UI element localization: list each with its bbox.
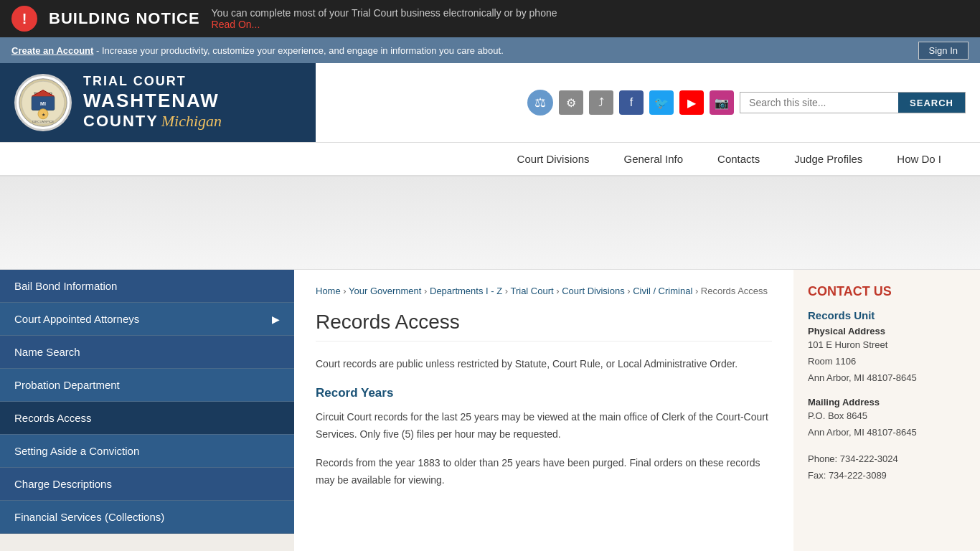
breadcrumb-your-gov[interactable]: Your Government xyxy=(349,286,421,296)
section1-text2: Records from the year 1883 to older than… xyxy=(316,455,772,489)
search-box: SEARCH xyxy=(740,92,966,113)
breadcrumb-current: Records Access xyxy=(701,286,768,296)
title-line3: COUNTY xyxy=(83,112,159,130)
contact-section-title: Records Unit xyxy=(808,309,966,321)
contact-title: CONTACT US xyxy=(808,284,966,299)
physical-label: Physical Address xyxy=(808,326,966,336)
nav-general-info[interactable]: General Info xyxy=(606,143,700,175)
page-title: Records Access xyxy=(316,311,772,342)
seal-icon[interactable]: ⚖ xyxy=(527,90,553,116)
gear-icon[interactable]: ⚙ xyxy=(559,90,583,115)
breadcrumb-home[interactable]: Home xyxy=(316,286,341,296)
header-branding: TUEBOR MI ★ CIRCUMSPICE TRIAL COURT WASH… xyxy=(0,63,316,142)
notice-title: BUILDING NOTICE xyxy=(49,9,200,28)
share-icon[interactable]: ⤴ xyxy=(589,90,613,115)
site-header: TUEBOR MI ★ CIRCUMSPICE TRIAL COURT WASH… xyxy=(0,63,980,143)
title-line4: Michigan xyxy=(161,112,222,130)
instagram-icon[interactable]: 📷 xyxy=(710,90,734,115)
sidebar-item-financial-services[interactable]: Financial Services (Collections) xyxy=(0,501,294,534)
search-button[interactable]: SEARCH xyxy=(898,93,965,113)
phone-text: Phone: 734-222-3024 xyxy=(808,452,966,467)
phone-block: Phone: 734-222-3024 Fax: 734-222-3089 xyxy=(808,452,966,484)
create-account-link[interactable]: Create an Account xyxy=(11,45,93,56)
mailing-line2: Ann Arbor, MI 48107-8645 xyxy=(808,425,966,441)
header-tools: ⚖ ⚙ ⤴ f 🐦 ▶ 📷 SEARCH xyxy=(527,90,966,116)
intro-text: Court records are public unless restrict… xyxy=(316,356,772,372)
fax-text: Fax: 734-222-3089 xyxy=(808,468,966,484)
contact-sidebar: CONTACT US Records Unit Physical Address… xyxy=(793,270,980,551)
mailing-line1: P.O. Box 8645 xyxy=(808,409,966,424)
title-line3-4: COUNTY Michigan xyxy=(83,112,222,131)
nav-judge-profiles[interactable]: Judge Profiles xyxy=(777,143,880,175)
arrow-icon: ▶ xyxy=(272,314,280,325)
search-input[interactable] xyxy=(740,93,898,113)
breadcrumb-civil-criminal[interactable]: Civil / Criminal xyxy=(633,286,692,296)
contact-section: Records Unit Physical Address 101 E Huro… xyxy=(808,309,966,385)
main-content: Home › Your Government › Departments I -… xyxy=(294,270,793,551)
section1-heading: Record Years xyxy=(316,386,772,400)
breadcrumb: Home › Your Government › Departments I -… xyxy=(316,284,772,299)
mailing-block: Mailing Address P.O. Box 8645 Ann Arbor,… xyxy=(808,397,966,441)
header-title: TRIAL COURT WASHTENAW COUNTY Michigan xyxy=(83,74,222,131)
title-line2: WASHTENAW xyxy=(83,90,222,112)
svg-text:★: ★ xyxy=(42,112,45,117)
read-on-link[interactable]: Read On... xyxy=(212,19,557,30)
sidebar-item-bail-bond[interactable]: Bail Bond Information xyxy=(0,270,294,303)
sidebar: Bail Bond Information Court Appointed At… xyxy=(0,270,294,551)
logo-svg: TUEBOR MI ★ CIRCUMSPICE xyxy=(18,77,68,128)
account-bar-text: Create an Account - Increase your produc… xyxy=(11,45,504,56)
sign-in-button[interactable]: Sign In xyxy=(918,42,969,60)
section1-text1: Circuit Court records for the last 25 ye… xyxy=(316,409,772,443)
nav-contacts[interactable]: Contacts xyxy=(700,143,777,175)
main-nav: Court Divisions General Info Contacts Ju… xyxy=(0,143,980,176)
physical-line2: Room 1106 xyxy=(808,354,966,369)
breadcrumb-court-divisions[interactable]: Court Divisions xyxy=(562,286,624,296)
account-bar: Create an Account - Increase your produc… xyxy=(0,37,980,63)
title-line1: TRIAL COURT xyxy=(83,74,222,90)
breadcrumb-departments[interactable]: Departments I - Z xyxy=(430,286,502,296)
sidebar-item-court-appointed[interactable]: Court Appointed Attorneys ▶ xyxy=(0,303,294,336)
building-notice-bar: ! BUILDING NOTICE You can complete most … xyxy=(0,0,980,37)
facebook-icon[interactable]: f xyxy=(619,90,644,115)
youtube-icon[interactable]: ▶ xyxy=(679,90,704,115)
breadcrumb-trial-court[interactable]: Trial Court xyxy=(510,286,553,296)
sidebar-item-setting-aside[interactable]: Setting Aside a Conviction xyxy=(0,435,294,468)
header-right: ⚖ ⚙ ⤴ f 🐦 ▶ 📷 SEARCH xyxy=(316,83,980,123)
mailing-label: Mailing Address xyxy=(808,397,966,408)
notice-text: You can complete most of your Trial Cour… xyxy=(212,7,557,30)
sidebar-item-probation[interactable]: Probation Department xyxy=(0,369,294,402)
svg-text:CIRCUMSPICE: CIRCUMSPICE xyxy=(32,120,55,123)
sidebar-item-name-search[interactable]: Name Search xyxy=(0,336,294,369)
site-logo[interactable]: TUEBOR MI ★ CIRCUMSPICE xyxy=(14,74,72,131)
banner-area xyxy=(0,176,980,270)
sidebar-item-records-access[interactable]: Records Access xyxy=(0,402,294,435)
physical-line3: Ann Arbor, MI 48107-8645 xyxy=(808,371,966,386)
content-wrapper: Bail Bond Information Court Appointed At… xyxy=(0,270,980,551)
nav-court-divisions[interactable]: Court Divisions xyxy=(500,143,607,175)
logo-circle: TUEBOR MI ★ CIRCUMSPICE xyxy=(14,74,72,131)
svg-text:MI: MI xyxy=(40,101,46,106)
sidebar-item-charge-descriptions[interactable]: Charge Descriptions xyxy=(0,468,294,501)
twitter-icon[interactable]: 🐦 xyxy=(649,90,674,115)
physical-line1: 101 E Huron Street xyxy=(808,338,966,353)
nav-how-do-i[interactable]: How Do I xyxy=(880,143,958,175)
notice-icon: ! xyxy=(11,6,37,32)
